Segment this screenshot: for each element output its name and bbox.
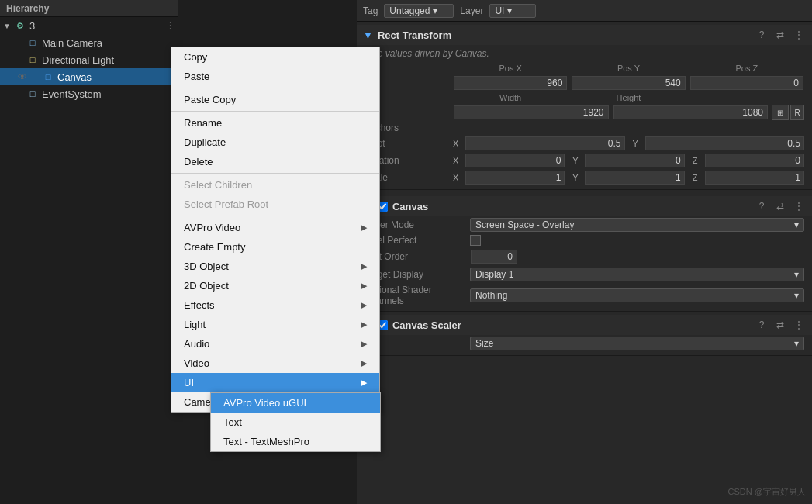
shader-channels-dropdown[interactable]: Nothing ▾	[470, 288, 804, 302]
rect-menu-icon[interactable]: ⋮	[792, 28, 806, 42]
layer-value: UI	[495, 5, 504, 16]
canvas-section: ▼ Canvas ? ⇄ ⋮ ender Mode Screen Space -…	[357, 193, 812, 312]
submenu-avpro-ugui[interactable]: AVPro Video uGUI	[211, 393, 380, 413]
canvas-label: Canvas	[57, 71, 92, 83]
rot-x-key: X	[453, 156, 464, 165]
ctx-3d-object[interactable]: 3D Object ▶	[171, 257, 379, 276]
ctx-avpro-video[interactable]: AVPro Video ▶	[171, 218, 379, 237]
ui-submenu: AVPro Video uGUI Text Text - TextMeshPro	[210, 392, 381, 452]
ctx-copy-label: Copy	[184, 51, 207, 63]
inspector-top-bar: Tag Untagged ▾ Layer UI ▾	[357, 0, 812, 22]
rot-y-key: Y	[572, 156, 583, 165]
reset-icon[interactable]: R	[790, 105, 804, 120]
visibility-icon[interactable]: 👁	[16, 70, 29, 84]
ctx-effects[interactable]: Effects ▶	[171, 295, 379, 315]
ctx-delete-label: Delete	[184, 156, 213, 167]
pivot-fields: X 0.5 Y 0.5	[453, 136, 804, 150]
rot-x-value[interactable]: 0	[465, 154, 565, 167]
ctx-copy[interactable]: Copy	[171, 47, 379, 67]
ctx-duplicate-label: Duplicate	[184, 136, 226, 148]
ctx-ui[interactable]: UI ▶	[171, 373, 379, 392]
shader-channels-chevron: ▾	[794, 290, 799, 301]
ctx-create-empty[interactable]: Create Empty	[171, 237, 379, 257]
scale-x-value[interactable]: 1	[465, 171, 565, 185]
pos-z-value[interactable]: 0	[690, 76, 803, 90]
scale-row: Scale X 1 Y 1 Z 1	[357, 169, 812, 186]
scale-y-value[interactable]: 1	[585, 171, 684, 185]
pos-x-value[interactable]: 960	[454, 76, 567, 90]
canvas-menu-icon[interactable]: ⋮	[792, 199, 806, 213]
canvas-scaler-section: ▼ Canvas Scaler ? ⇄ ⋮ Size ▾	[357, 312, 812, 356]
scaler-help-icon[interactable]: ?	[755, 318, 769, 332]
main-camera-label: Main Camera	[42, 37, 102, 49]
ctx-paste-copy-label: Paste Copy	[184, 94, 236, 105]
rect-transform-header: ▼ Rect Transform ? ⇄ ⋮	[357, 25, 812, 45]
rect-transform-fold-icon[interactable]: ▼	[363, 29, 373, 41]
hierarchy-item-eventsystem[interactable]: □ EventSystem	[0, 85, 178, 102]
height-value[interactable]: 1080	[613, 105, 769, 119]
canvas-help-icon[interactable]: ?	[755, 199, 769, 213]
scale-z-key: Z	[693, 173, 703, 182]
ctx-select-prefab-root-label: Select Prefab Root	[184, 198, 268, 210]
ui-scale-value: Size	[475, 338, 493, 349]
scene-root-item[interactable]: ▼ ⚙ 3 ⋮	[0, 17, 178, 34]
submenu-text[interactable]: Text	[211, 413, 380, 432]
layer-dropdown[interactable]: UI ▾	[489, 4, 536, 18]
rot-z-value[interactable]: 0	[705, 154, 804, 167]
hierarchy-header: Hierarchy	[0, 0, 178, 17]
ctx-audio[interactable]: Audio ▶	[171, 334, 379, 354]
ctx-rename[interactable]: Rename	[171, 113, 379, 133]
ctx-paste-label: Paste	[184, 71, 209, 82]
target-display-row: Target Display Display 1 ▾	[357, 266, 812, 283]
scale-x-key: X	[453, 173, 464, 182]
width-value[interactable]: 1920	[454, 105, 609, 119]
pos-y-value[interactable]: 540	[572, 76, 685, 90]
scene-menu-icon[interactable]: ⋮	[166, 21, 174, 31]
canvas-icon: □	[42, 71, 54, 83]
scale-y-key: Y	[572, 173, 583, 182]
submenu-text-textmeshpro[interactable]: Text - TextMeshPro	[211, 432, 380, 451]
scaler-menu-icon[interactable]: ⋮	[792, 318, 806, 332]
sort-order-value[interactable]: 0	[471, 250, 517, 264]
scale-z-value[interactable]: 1	[705, 171, 804, 185]
pivot-y-value[interactable]: 0.5	[645, 136, 805, 150]
submenu-text-tmp-label: Text - TextMeshPro	[223, 436, 309, 447]
ctx-3d-arrow: ▶	[361, 261, 367, 271]
target-display-chevron: ▾	[794, 269, 799, 280]
ctx-video-label: Video	[184, 357, 209, 369]
render-mode-row: ender Mode Screen Space - Overlay ▾	[357, 216, 812, 233]
ctx-delete[interactable]: Delete	[171, 152, 379, 171]
ctx-avpro-arrow: ▶	[361, 223, 367, 233]
ctx-2d-object[interactable]: 2D Object ▶	[171, 276, 379, 295]
ctx-paste-copy[interactable]: Paste Copy	[171, 90, 379, 109]
rot-y-value[interactable]: 0	[585, 154, 684, 167]
scaler-settings-icon[interactable]: ⇄	[773, 318, 787, 332]
rect-settings-icon[interactable]: ⇄	[773, 28, 787, 42]
canvas-title: Canvas	[392, 201, 750, 212]
ctx-duplicate[interactable]: Duplicate	[171, 133, 379, 152]
canvas-settings-icon[interactable]: ⇄	[773, 199, 787, 213]
target-display-dropdown[interactable]: Display 1 ▾	[470, 268, 804, 281]
ctx-video[interactable]: Video ▶	[171, 354, 379, 373]
pixel-perfect-checkbox[interactable]	[470, 235, 481, 246]
ctx-3d-label: 3D Object	[184, 261, 229, 272]
ctx-sep-3	[171, 173, 379, 174]
rect-help-icon[interactable]: ?	[755, 28, 769, 42]
directional-light-label: Directional Light	[42, 54, 114, 66]
pixel-perfect-row: Pixel Perfect	[357, 233, 812, 247]
ctx-light[interactable]: Light ▶	[171, 315, 379, 334]
ctx-sep-2	[171, 111, 379, 112]
pivot-x-value[interactable]: 0.5	[465, 136, 625, 150]
hierarchy-item-main-camera[interactable]: □ Main Camera	[0, 34, 178, 51]
tag-dropdown[interactable]: Untagged ▾	[384, 4, 454, 18]
hierarchy-item-canvas[interactable]: 👁 □ Canvas	[0, 68, 178, 85]
ui-scale-dropdown[interactable]: Size ▾	[470, 337, 804, 350]
anchor-icon[interactable]: ⊞	[772, 105, 789, 120]
render-mode-dropdown[interactable]: Screen Space - Overlay ▾	[470, 218, 804, 232]
ctx-paste[interactable]: Paste	[171, 67, 379, 86]
canvas-scaler-title: Canvas Scaler	[392, 319, 750, 331]
light-icon: □	[26, 54, 39, 66]
tag-label: Tag	[363, 5, 378, 16]
hierarchy-item-directional-light[interactable]: □ Directional Light	[0, 51, 178, 68]
rotation-row: Rotation X 0 Y 0 Z 0	[357, 152, 812, 169]
